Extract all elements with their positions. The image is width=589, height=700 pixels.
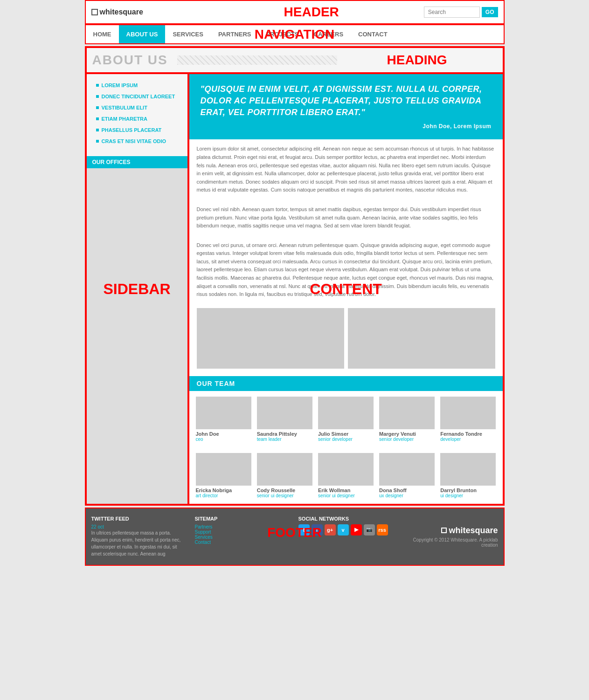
footer-logo-icon [441,528,447,533]
sidebar-item-etiam[interactable]: ETIAM PHARETRA [87,113,187,124]
team-avatar-3 [379,397,435,429]
team-member-5: Ericka Nobriga art director [193,451,254,500]
team-role-1: team leader [257,437,312,442]
team-member-8: Dona Shoff ux designer [376,451,437,500]
nav-item-projects[interactable]: PROJECTS [258,25,306,43]
team-member-6: Cody Rousselle senior ui designer [254,451,315,500]
sitemap-link-contact[interactable]: Contact [195,540,291,545]
header-label: HEADER [204,5,419,20]
twitter-text: In ultrices pellentesque massa a porta. … [91,529,187,557]
footer-copyright: Copyright © 2012 Whitesquare. A picklab … [402,537,498,548]
team-role-0: ceo [196,437,251,442]
map-area [87,168,187,504]
sidebar-item-vestibulum[interactable]: VESTIBULUM ELIT [87,102,187,113]
logo-icon [91,9,98,15]
wrapper: WRAPPER ABOUT US HEADING SIDEBAR LOREM I… [85,46,505,506]
dot-icon [96,129,99,131]
sidebar-item-lorem[interactable]: LOREM IPSUM [87,80,187,91]
team-role-4: developer [440,437,496,442]
footer-logo-text: whitesquare [449,526,498,535]
nav-item-about[interactable]: ABOUT US [119,25,166,43]
offices-header: OUR OFFICES [87,156,187,168]
team-grid-row2: Ericka Nobriga art director Cody Roussel… [189,447,503,504]
team-member-1: Saundra Pittsley team leader [254,395,315,444]
header: whitesquare HEADER GO [85,0,505,24]
dot-icon [96,117,99,120]
navigation: HOME ABOUT US SERVICES PARTNERS PROJECTS… [85,24,505,44]
body-text-1: Lorem ipsum dolor sit amet, consectetur … [189,139,503,200]
image-1 [197,308,344,369]
nav-item-home[interactable]: HOME [86,25,119,43]
google-icon[interactable]: g+ [325,524,336,535]
image-2 [348,308,495,369]
body-text-2: Donec vel nisl nibh. Aenean quam tortor,… [189,200,503,236]
twitter-date[interactable]: 22 oct [91,524,187,529]
heading-label: HEADING [337,53,497,68]
team-member-2: Julio Simser senior developer [315,395,376,444]
team-name-6: Cody Rousselle [257,487,312,493]
team-role-7: senior ui designer [318,493,374,498]
body-text-3: Donec vel orci purus, ut ornare orci. Ae… [189,236,503,304]
logo-text: whitesquare [100,8,143,16]
go-button[interactable]: GO [482,7,498,17]
sidebar-item-phasellus[interactable]: PHASELLUS PLACERAT [87,124,187,136]
quote-attribution: John Doe, Lorem Ipsum [201,123,492,130]
team-role-5: art director [196,493,251,498]
search-input[interactable] [424,7,480,18]
sidebar-menu: LOREM IPSUM DONEC TINCIDUNT LAOREET VEST… [87,74,187,152]
footer-label: FOOTER [267,525,322,540]
footer-logo: whitesquare [441,526,498,535]
team-name-2: Julio Simser [318,431,374,437]
team-role-3: senior developer [379,437,435,442]
image-row [189,304,503,372]
social-title: SOCIAL NETWORKS [298,516,395,522]
heading-bar: ABOUT US HEADING [86,47,504,73]
team-role-9: ui designer [440,493,496,498]
dot-icon [96,84,99,87]
twitter-title: TWITTER FEED [91,516,187,522]
nav-item-partners[interactable]: PARTNERS [211,25,259,43]
dot-icon [96,95,99,98]
nav-item-careers[interactable]: CAREERS [306,25,351,43]
team-name-4: Fernando Tondre [440,431,496,437]
team-member-0: John Doe ceo [193,395,254,444]
sidebar-item-donec[interactable]: DONEC TINCIDUNT LAOREET [87,91,187,102]
logo: whitesquare [91,8,199,16]
team-member-9: Darryl Brunton ui designer [437,451,499,500]
team-name-5: Ericka Nobriga [196,487,251,493]
content: CONTENT "QUISQUE IN ENIM VELIT, AT DIGNI… [188,73,504,505]
team-role-6: senior ui designer [257,493,312,498]
rss-icon[interactable]: rss [377,524,388,535]
nav-item-services[interactable]: SERVICES [165,25,211,43]
team-member-4: Fernando Tondre developer [437,395,499,444]
camera-icon[interactable]: 📷 [364,524,375,535]
team-avatar-6 [257,453,312,486]
team-name-8: Dona Shoff [379,487,435,493]
quote-text: "QUISQUE IN ENIM VELIT, AT DIGNISSIM EST… [201,83,492,119]
team-avatar-8 [379,453,435,486]
footer-twitter: TWITTER FEED 22 oct In ultrices pellente… [91,516,187,557]
vimeo-icon[interactable]: v [338,524,349,535]
team-header: OUR TEAM [189,376,503,391]
team-avatar-1 [257,397,312,429]
nav-item-contact[interactable]: CONTACT [351,25,395,43]
team-name-0: John Doe [196,431,251,437]
dot-icon [96,140,99,143]
dot-icon [96,106,99,109]
quote-block: "QUISQUE IN ENIM VELIT, AT DIGNISSIM EST… [189,74,503,139]
team-avatar-5 [196,453,251,486]
youtube-icon[interactable]: ▶ [351,524,362,535]
team-role-2: senior developer [318,437,374,442]
team-name-1: Saundra Pittsley [257,431,312,437]
team-avatar-2 [318,397,374,429]
team-member-3: Margery Venuti senior developer [376,395,437,444]
team-name-9: Darryl Brunton [440,487,496,493]
footer-logo-area: whitesquare Copyright © 2012 Whitesquare… [402,516,498,557]
search-area: GO [424,7,498,18]
team-grid-row1: John Doe ceo Saundra Pittsley team leade… [189,391,503,447]
team-member-7: Erik Wollman senior ui designer [315,451,376,500]
team-name-7: Erik Wollman [318,487,374,493]
team-avatar-7 [318,453,374,486]
sidebar-item-cras[interactable]: CRAS ET NISI VITAE ODIO [87,136,187,147]
heading-stripe [177,55,337,65]
